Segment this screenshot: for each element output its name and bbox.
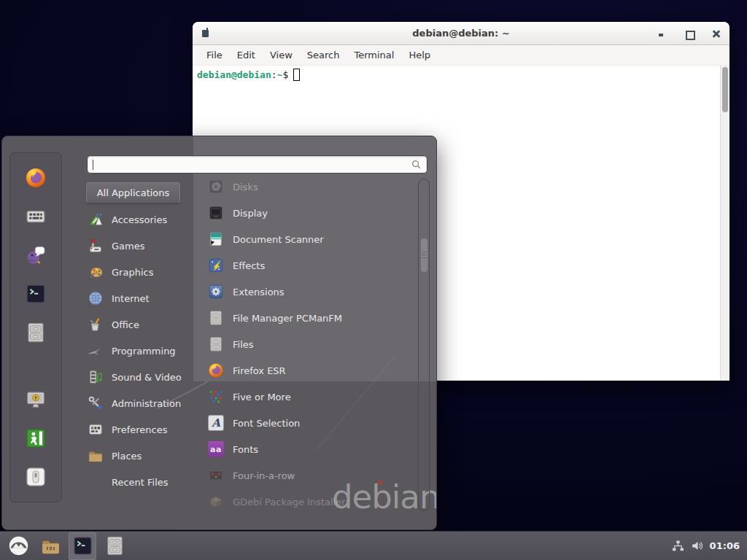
- close-icon[interactable]: [713, 30, 721, 38]
- menu-file[interactable]: File: [199, 45, 230, 66]
- terminal-title: debian@debian: ~: [412, 28, 509, 39]
- category-recent-files[interactable]: Recent Files: [84, 469, 199, 495]
- gdebi-package-icon: [208, 494, 224, 510]
- application-list: Disks Display Document Scanner: [205, 174, 414, 515]
- session-lock-screen[interactable]: [23, 388, 48, 411]
- taskbar-terminal-button[interactable]: [69, 532, 96, 560]
- internet-globe-icon: [88, 290, 104, 306]
- category-graphics[interactable]: Graphics: [84, 259, 199, 285]
- window-controls: [657, 22, 721, 45]
- graphics-icon: [88, 264, 104, 280]
- taskbar: 01:06: [0, 531, 747, 560]
- effects-icon: [208, 257, 224, 273]
- shut-down-icon: [25, 466, 47, 488]
- search-icon: [411, 159, 422, 170]
- places-folder-icon: [88, 448, 104, 464]
- category-preferences[interactable]: Preferences: [84, 416, 199, 443]
- session-shut-down[interactable]: [23, 465, 48, 489]
- keyboard-icon: [25, 206, 47, 228]
- app-disks[interactable]: Disks: [205, 174, 414, 200]
- network-icon[interactable]: [672, 540, 684, 552]
- category-list: Accessories Games Graphics: [84, 206, 199, 495]
- app-five-or-more[interactable]: Five or More: [205, 384, 414, 410]
- app-display[interactable]: Display: [205, 200, 414, 226]
- font-selection-icon: A: [208, 415, 224, 431]
- app-files[interactable]: Files: [205, 331, 414, 357]
- volume-icon[interactable]: [691, 540, 703, 552]
- app-firefox-esr[interactable]: Firefox ESR: [205, 357, 414, 384]
- firefox-icon: [25, 167, 47, 189]
- app-font-selection[interactable]: A Font Selection: [205, 410, 414, 436]
- terminal-window-icon[interactable]: [202, 30, 209, 37]
- file-cabinet-icon: [25, 322, 47, 343]
- category-internet[interactable]: Internet: [84, 285, 199, 311]
- favorite-pidgin[interactable]: [23, 244, 48, 267]
- extensions-gear-icon: [208, 284, 224, 300]
- app-list-scrollbar[interactable]: [418, 179, 430, 511]
- category-programming[interactable]: Programming: [84, 338, 199, 364]
- session-log-out[interactable]: [23, 427, 48, 450]
- lock-screen-icon: [25, 389, 47, 411]
- favorite-file-manager[interactable]: [23, 321, 48, 344]
- app-document-scanner[interactable]: Document Scanner: [205, 226, 414, 252]
- system-tray: 01:06: [672, 540, 747, 552]
- text-caret: [93, 160, 93, 170]
- office-icon: [88, 316, 104, 332]
- menu-view[interactable]: View: [263, 45, 300, 66]
- folder-icon: [40, 535, 61, 556]
- clock[interactable]: 01:06: [710, 540, 740, 551]
- menu-terminal[interactable]: Terminal: [347, 45, 401, 66]
- menu-search[interactable]: Search: [300, 45, 347, 66]
- sound-video-icon: [88, 369, 104, 385]
- app-fonts[interactable]: aa Fonts: [205, 436, 414, 462]
- menu-logo-icon: [8, 535, 29, 556]
- taskbar-menu-button[interactable]: [4, 532, 32, 560]
- application-menu: debian: [1, 136, 437, 530]
- app-file-manager-pcmanfm[interactable]: File Manager PCManFM: [205, 305, 414, 331]
- favorite-terminal[interactable]: [23, 282, 48, 306]
- favorite-firefox[interactable]: [23, 166, 48, 190]
- category-accessories[interactable]: Accessories: [84, 206, 199, 233]
- app-list-scrollbar-thumb[interactable]: [420, 238, 428, 273]
- maximize-icon[interactable]: [685, 30, 693, 38]
- app-four-in-a-row[interactable]: Four-in-a-row: [205, 462, 414, 489]
- preferences-icon: [88, 421, 104, 438]
- category-sound-video[interactable]: Sound & Video: [84, 364, 199, 390]
- accessories-icon: [88, 211, 104, 228]
- games-icon: [88, 238, 104, 254]
- favorites-sidebar: [9, 152, 62, 502]
- category-places[interactable]: Places: [84, 443, 199, 469]
- scrollbar-grip: [422, 252, 427, 259]
- terminal-icon: [72, 535, 93, 556]
- terminal-titlebar[interactable]: debian@debian: ~: [193, 22, 729, 45]
- taskbar-file-manager-button[interactable]: [36, 532, 64, 560]
- all-applications-button[interactable]: All Applications: [86, 182, 180, 203]
- file-cabinet-icon: [104, 535, 125, 556]
- app-gdebi-package-installer[interactable]: GDebi Package Installer: [205, 489, 414, 515]
- menu-search-field[interactable]: [87, 155, 427, 174]
- category-games[interactable]: Games: [84, 233, 199, 259]
- document-scanner-icon: [208, 231, 224, 247]
- menu-edit[interactable]: Edit: [230, 45, 263, 66]
- taskbar-files-button[interactable]: [101, 532, 128, 560]
- app-effects[interactable]: Effects: [205, 252, 414, 279]
- disks-icon: [208, 179, 224, 195]
- terminal-cursor: [293, 69, 300, 81]
- fonts-icon: aa: [208, 441, 224, 457]
- favorite-package-keyboard[interactable]: [23, 205, 48, 228]
- minimize-icon[interactable]: [657, 30, 665, 38]
- app-extensions[interactable]: Extensions: [205, 279, 414, 305]
- administration-icon: [88, 395, 104, 411]
- log-out-icon: [25, 427, 47, 449]
- terminal-icon: [25, 283, 47, 305]
- prompt-user-host: debian@debian: [197, 69, 271, 80]
- shell-prompt: debian@debian:~$: [197, 69, 725, 81]
- terminal-scrollbar[interactable]: [720, 66, 729, 381]
- category-administration[interactable]: Administration: [84, 390, 199, 416]
- firefox-icon: [208, 362, 224, 378]
- programming-icon: [88, 343, 104, 359]
- terminal-scrollbar-thumb[interactable]: [722, 67, 728, 112]
- menu-help[interactable]: Help: [401, 45, 438, 66]
- five-or-more-icon: [208, 389, 224, 405]
- category-office[interactable]: Office: [84, 311, 199, 338]
